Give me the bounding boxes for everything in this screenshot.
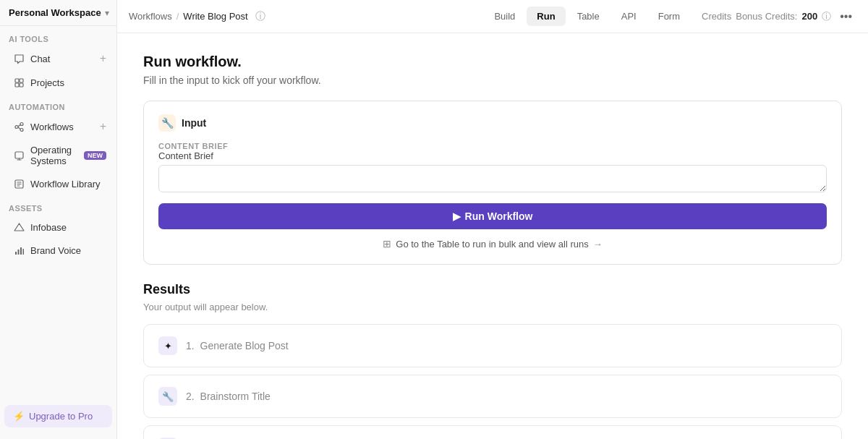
svg-point-4 — [15, 125, 18, 128]
tabs: Build Run Table API Form — [484, 7, 690, 26]
arrow-right-icon: → — [593, 239, 603, 250]
credits-bonus-label: Bonus Credits: — [736, 11, 797, 22]
svg-rect-10 — [15, 252, 17, 255]
ai-tools-label: AI Tools — [0, 26, 116, 46]
results-subtitle: Your output will appear below. — [143, 302, 842, 312]
workspace-header[interactable]: Personal Workspace ▾ — [0, 0, 116, 26]
workflows-icon — [13, 121, 25, 132]
upgrade-icon: ⚡ — [13, 411, 25, 422]
svg-rect-12 — [20, 247, 22, 255]
sidebar-item-brand-voice[interactable]: Brand Voice — [4, 239, 112, 261]
result-item-1: ✦ 1. Generate Blog Post — [143, 324, 842, 367]
svg-rect-7 — [15, 152, 23, 158]
infobase-icon — [13, 221, 25, 233]
credits-info-icon[interactable]: ⓘ — [822, 10, 831, 23]
svg-rect-11 — [17, 250, 19, 255]
result-item-2-icon: 🔧 — [158, 387, 177, 406]
tab-build[interactable]: Build — [484, 7, 525, 26]
upgrade-label: Upgrade to Pro — [29, 411, 93, 422]
svg-point-5 — [20, 122, 23, 125]
result-item-1-icon: ✦ — [158, 336, 177, 355]
result-item-3: 🔧 3. Brainstorm Meta Description — [143, 425, 842, 439]
input-label: Input — [182, 117, 206, 129]
result-item-1-label: 1. Generate Blog Post — [186, 340, 292, 351]
input-icon: 🔧 — [158, 114, 176, 132]
svg-rect-0 — [15, 79, 19, 82]
content-brief-field: CONTENT BRIEF Content Brief — [158, 142, 827, 195]
workspace-name: Personal Workspace — [9, 7, 101, 18]
bulk-run-text: Go to the Table to run in bulk and view … — [396, 239, 588, 250]
svg-rect-3 — [20, 83, 23, 87]
add-workflow-icon[interactable]: + — [100, 120, 106, 133]
sidebar-item-operating-systems-label: Operating Systems — [30, 145, 77, 166]
operating-systems-icon — [13, 150, 25, 161]
svg-rect-2 — [15, 83, 19, 87]
info-icon[interactable]: ⓘ — [255, 10, 265, 23]
input-card-header: 🔧 Input — [158, 114, 827, 132]
tab-form[interactable]: Form — [648, 7, 690, 26]
result-item-2-label: 2. Brainstorm Title — [186, 391, 273, 402]
sidebar-footer: ⚡ Upgrade to Pro — [0, 399, 116, 433]
brand-voice-icon — [13, 244, 25, 256]
sidebar-item-projects-label: Projects — [30, 77, 64, 88]
sidebar-item-brand-voice-label: Brand Voice — [30, 245, 81, 256]
breadcrumb-workflows[interactable]: Workflows — [129, 11, 172, 22]
breadcrumb-separator: / — [176, 11, 179, 22]
sidebar-item-operating-systems[interactable]: Operating Systems NEW — [4, 140, 112, 171]
bulk-run-link[interactable]: ⊞ Go to the Table to run in bulk and vie… — [158, 238, 827, 250]
input-card: 🔧 Input CONTENT BRIEF Content Brief ▶ Ru… — [143, 101, 842, 265]
breadcrumb: Workflows / Write Blog Post ⓘ — [129, 10, 265, 23]
svg-rect-13 — [22, 249, 24, 255]
field-label-top: CONTENT BRIEF — [158, 142, 827, 150]
run-title: Run workflow. — [143, 54, 842, 70]
tab-table[interactable]: Table — [567, 7, 610, 26]
sidebar-item-workflows-label: Workflows — [30, 122, 74, 132]
new-badge: NEW — [84, 151, 106, 160]
chat-icon — [13, 53, 25, 64]
chevron-down-icon: ▾ — [105, 8, 109, 18]
run-play-icon: ▶ — [453, 210, 461, 222]
table-icon: ⊞ — [383, 238, 391, 250]
workflow-library-icon — [13, 178, 25, 189]
run-btn-label: Run Workflow — [465, 210, 533, 222]
sidebar-item-workflows[interactable]: Workflows + — [4, 115, 112, 138]
run-workflow-button[interactable]: ▶ Run Workflow — [158, 203, 827, 229]
sidebar-item-infobase[interactable]: Infobase — [4, 216, 112, 238]
main-area: Workflows / Write Blog Post ⓘ Build Run … — [117, 0, 868, 439]
content-brief-input[interactable] — [158, 165, 827, 192]
sidebar-item-projects[interactable]: Projects — [4, 72, 112, 93]
credits-label: Credits — [702, 11, 731, 22]
svg-marker-9 — [14, 223, 24, 231]
sidebar-item-workflow-library-label: Workflow Library — [30, 179, 101, 189]
add-chat-icon[interactable]: + — [100, 52, 106, 65]
svg-rect-1 — [20, 79, 23, 82]
results-title: Results — [143, 282, 842, 297]
credits-area: Credits Bonus Credits: 200 ⓘ ••• — [702, 7, 856, 26]
sidebar-item-chat[interactable]: Chat + — [4, 47, 112, 70]
sidebar-item-workflow-library[interactable]: Workflow Library — [4, 173, 112, 195]
sidebar-item-infobase-label: Infobase — [30, 222, 67, 233]
automation-label: Automation — [0, 94, 116, 114]
more-button[interactable]: ••• — [835, 7, 856, 26]
run-subtitle: Fill in the input to kick off your workf… — [143, 74, 842, 86]
field-label-sub: Content Brief — [158, 150, 827, 161]
sidebar-item-chat-label: Chat — [30, 54, 50, 64]
svg-point-6 — [20, 128, 23, 131]
assets-label: Assets — [0, 195, 116, 216]
topbar: Workflows / Write Blog Post ⓘ Build Run … — [117, 0, 868, 33]
tab-run[interactable]: Run — [527, 7, 565, 26]
tab-api[interactable]: API — [611, 7, 647, 26]
result-item-2: 🔧 2. Brainstorm Title — [143, 375, 842, 418]
content-area: Run workflow. Fill in the input to kick … — [117, 33, 868, 439]
projects-icon — [13, 77, 25, 88]
sidebar: Personal Workspace ▾ AI Tools Chat + Pro… — [0, 0, 117, 439]
upgrade-button[interactable]: ⚡ Upgrade to Pro — [4, 405, 112, 427]
credits-value: 200 — [801, 11, 817, 22]
breadcrumb-current: Write Blog Post — [183, 11, 247, 22]
